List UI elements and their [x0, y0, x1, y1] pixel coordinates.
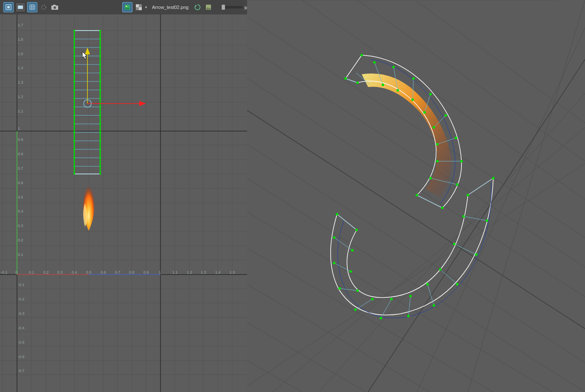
svg-text:0.9: 0.9: [143, 270, 149, 274]
svg-text:1.4: 1.4: [215, 270, 221, 274]
circle-button[interactable]: [39, 3, 48, 12]
svg-point-202: [392, 66, 395, 68]
svg-point-105: [99, 123, 101, 125]
3d-viewport[interactable]: [247, 0, 585, 392]
svg-text:1.4: 1.4: [18, 66, 23, 70]
svg-point-253: [467, 194, 469, 196]
svg-point-232: [333, 236, 335, 239]
svg-point-250: [486, 219, 488, 222]
svg-point-233: [351, 249, 354, 252]
svg-text:1: 1: [18, 126, 20, 131]
svg-text:-0.2: -0.2: [18, 297, 25, 301]
svg-point-237: [356, 289, 359, 292]
svg-text:-0.1: -0.1: [18, 283, 25, 287]
svg-point-242: [407, 315, 410, 317]
svg-point-247: [439, 268, 442, 271]
svg-point-103: [99, 115, 101, 116]
svg-text:1: 1: [159, 270, 161, 274]
svg-point-234: [333, 262, 335, 264]
svg-point-212: [460, 160, 463, 162]
svg-text:0.5: 0.5: [86, 270, 92, 274]
svg-point-8: [126, 6, 127, 7]
svg-text:0.4: 0.4: [72, 270, 77, 274]
svg-point-203: [397, 89, 399, 92]
svg-point-3: [42, 5, 46, 9]
svg-point-201: [382, 84, 384, 86]
svg-text:1.5: 1.5: [18, 52, 23, 56]
svg-text:1.2: 1.2: [18, 95, 23, 99]
svg-point-239: [371, 298, 374, 300]
svg-point-214: [456, 183, 458, 186]
svg-point-111: [99, 148, 101, 150]
alpha-slider[interactable]: [221, 6, 243, 8]
svg-point-236: [338, 287, 341, 290]
svg-point-252: [492, 177, 495, 179]
svg-point-113: [99, 157, 101, 159]
svg-text:0.7: 0.7: [115, 270, 121, 274]
svg-text:1.1: 1.1: [18, 109, 23, 113]
svg-text:1.6: 1.6: [18, 37, 23, 42]
svg-point-107: [99, 132, 101, 133]
svg-point-86: [73, 47, 75, 48]
svg-point-241: [390, 298, 393, 300]
toggle-sync-button[interactable]: [3, 2, 14, 12]
svg-point-87: [99, 47, 101, 48]
display-mode-button[interactable]: [15, 2, 25, 12]
svg-text:-0.1: -0.1: [1, 270, 8, 274]
checker-dropdown-icon[interactable]: ▼: [144, 6, 148, 9]
svg-point-207: [423, 111, 426, 114]
image-button[interactable]: [122, 2, 132, 12]
snapshot-button[interactable]: [50, 3, 59, 12]
svg-point-112: [73, 157, 75, 159]
svg-point-115: [99, 165, 101, 167]
svg-rect-1: [7, 6, 10, 8]
svg-text:0.7: 0.7: [18, 166, 23, 171]
svg-point-251: [462, 215, 465, 218]
svg-point-117: [99, 173, 101, 175]
svg-text:-0.7: -0.7: [18, 369, 25, 373]
svg-point-238: [354, 308, 357, 311]
refresh-image-button[interactable]: [193, 3, 202, 12]
svg-point-94: [73, 81, 75, 82]
svg-point-240: [380, 317, 382, 319]
svg-point-116: [73, 173, 75, 175]
svg-point-92: [73, 72, 75, 74]
svg-point-82: [73, 30, 75, 31]
svg-text:0.5: 0.5: [18, 195, 23, 199]
grid-snap-button[interactable]: [27, 2, 37, 12]
svg-point-210: [455, 137, 457, 139]
checker-button[interactable]: [134, 3, 143, 12]
svg-text:0.2: 0.2: [18, 238, 23, 242]
svg-text:-0.3: -0.3: [18, 311, 25, 316]
uv-editor-viewport[interactable]: -0.1 0 0.1 0.2 0.3 0.4 0.5 0.6 0.7 0.8 0…: [0, 14, 247, 392]
svg-point-93: [99, 72, 101, 74]
svg-text:0.3: 0.3: [57, 270, 63, 274]
svg-point-109: [99, 140, 101, 142]
svg-point-243: [409, 295, 412, 297]
svg-point-88: [73, 55, 75, 57]
svg-point-206: [429, 93, 432, 95]
svg-text:0.1: 0.1: [18, 252, 23, 257]
svg-text:1.7: 1.7: [18, 23, 23, 27]
overlay-image-button[interactable]: [204, 3, 213, 12]
svg-point-100: [73, 106, 75, 108]
svg-text:0.4: 0.4: [18, 209, 23, 213]
svg-text:0.2: 0.2: [43, 270, 49, 274]
svg-point-213: [436, 160, 439, 162]
svg-point-244: [433, 304, 435, 307]
image-filename[interactable]: Arrow_test02.png: [152, 5, 188, 10]
svg-point-215: [429, 177, 432, 179]
svg-rect-10: [136, 4, 139, 7]
svg-text:0.3: 0.3: [18, 224, 23, 228]
svg-point-85: [99, 38, 101, 40]
svg-point-200: [373, 61, 376, 64]
svg-point-235: [349, 270, 352, 273]
svg-text:0.6: 0.6: [18, 181, 23, 185]
svg-point-97: [99, 89, 101, 91]
svg-point-199: [356, 81, 359, 84]
alpha-slider-thumb[interactable]: [222, 5, 225, 10]
svg-point-246: [456, 283, 458, 286]
svg-point-216: [441, 207, 444, 209]
svg-point-249: [453, 243, 456, 245]
svg-point-209: [433, 126, 435, 129]
